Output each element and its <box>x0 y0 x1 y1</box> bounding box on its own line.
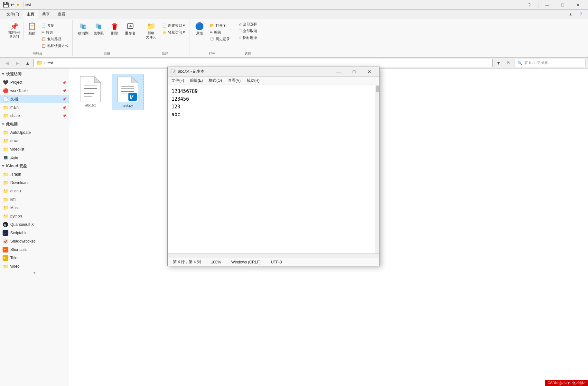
sidebar-item-video[interactable]: 📁 video <box>0 262 69 271</box>
window-title: test <box>25 3 31 7</box>
back-button[interactable]: ◀ <box>3 59 12 68</box>
sidebar-item-shadowrocket[interactable]: 🚀 Shadowrocket <box>0 237 69 245</box>
folder-icon: 📁 <box>36 60 43 66</box>
open-label: 打开 <box>209 50 215 56</box>
autoupdate-label: AutoUpdate <box>10 130 31 135</box>
sidebar-item-autoupdate[interactable]: 📁 AutoUpdate <box>0 128 69 137</box>
copy-button[interactable]: 📄 复制 <box>40 23 70 29</box>
notepad-menu-format[interactable]: 格式(O) <box>206 77 224 84</box>
paste-icon: 📋 <box>28 23 36 30</box>
notepad-minimize[interactable]: — <box>331 67 346 77</box>
downloads-label: Downloads <box>10 180 29 185</box>
title-bar-icon2: ↩ <box>10 2 14 8</box>
delete-icon <box>111 23 118 30</box>
new-item-button[interactable]: 📄 新建项目▼ <box>161 23 187 29</box>
sidebar-item-desktop[interactable]: 💻 桌面 <box>0 153 69 162</box>
tab-share[interactable]: 共享 <box>38 10 54 19</box>
edit-button[interactable]: ✏ 编辑 <box>209 29 231 35</box>
delete-button[interactable]: 删除 <box>107 21 122 37</box>
notepad-title: abc.txt - 记事本 <box>178 69 331 74</box>
tab-view[interactable]: 查看 <box>54 10 69 19</box>
sidebar-item-worktable[interactable]: 🔴 workTable 📌 <box>0 87 69 95</box>
scrollbar-thumb-v[interactable] <box>376 86 379 92</box>
select-all-button[interactable]: ☑ 全部选择 <box>237 21 258 27</box>
move-button[interactable]: 移动到 <box>76 21 90 37</box>
sidebar-item-taio[interactable]: T Taio <box>0 254 69 262</box>
new-item-icon: 📄 <box>162 23 167 28</box>
rename-button[interactable]: abc 重命名 <box>123 21 137 37</box>
sidebar-item-docs[interactable]: 📄 文档 📌 <box>0 95 69 103</box>
copy-to-button[interactable]: 复制到 <box>92 21 106 37</box>
notepad-menu-help[interactable]: 帮助(H) <box>244 77 262 84</box>
notepad-scrollbar-corner <box>375 254 379 258</box>
file-item-abc[interactable]: abc.txt <box>74 74 107 110</box>
invert-select-button[interactable]: ⊟ 反向选择 <box>237 35 258 41</box>
sidebar-item-dushu[interactable]: 📁 dushu <box>0 187 69 195</box>
tab-home[interactable]: 主页 <box>23 10 38 19</box>
sidebar-item-down[interactable]: 📁 down <box>0 137 69 145</box>
easy-access-button[interactable]: ⭐ 轻松访问▼ <box>161 29 187 35</box>
open-button[interactable]: 📂 打开▼ <box>209 23 231 29</box>
sidebar-item-project[interactable]: 🖤 Project 📌 <box>0 78 69 87</box>
attr-button[interactable]: 🔵 属性 <box>193 21 206 37</box>
main-icon: 📁 <box>3 105 8 110</box>
notepad-scrollbar-v[interactable] <box>375 85 379 253</box>
new-folder-button[interactable]: 📁 新建文件夹 <box>144 21 158 41</box>
svg-marker-23 <box>94 76 101 83</box>
videolist-icon: 📁 <box>3 146 8 152</box>
search-box[interactable]: 🔍 在 test 中搜索 <box>515 59 585 67</box>
pin-button[interactable]: 📌 固定到快速访问 <box>5 21 23 40</box>
sidebar-item-scriptable[interactable]: {} Scriptable <box>0 229 69 237</box>
help-button[interactable]: ? <box>522 0 537 10</box>
main-pin: 📌 <box>62 106 66 109</box>
notepad-menu-file[interactable]: 文件(F) <box>169 77 187 84</box>
refresh-button[interactable]: ↻ <box>504 59 513 68</box>
ribbon-help-btn[interactable]: ? <box>576 10 585 19</box>
notepad-textarea[interactable]: 123456789 123456 123 abc <box>168 85 375 253</box>
sidebar-item-quantumult[interactable]: Q Quantumult X <box>0 220 69 229</box>
notepad-scrollbar-h[interactable] <box>168 254 375 258</box>
sidebar-item-python[interactable]: 📁 python <box>0 212 69 220</box>
sidebar-item-downloads[interactable]: 📁 Downloads <box>0 179 69 187</box>
worktable-icon: 🔴 <box>3 88 8 94</box>
history-button[interactable]: 🕐 历史记录 <box>209 36 231 42</box>
notepad-menu-view[interactable]: 查看(V) <box>225 77 243 84</box>
close-button[interactable]: ✕ <box>571 0 585 10</box>
copy-path-button[interactable]: 📋 复制路径 <box>40 36 70 42</box>
notepad-zoom: 100% <box>211 260 221 264</box>
maximize-button[interactable]: □ <box>555 0 570 10</box>
notepad-maximize[interactable]: □ <box>347 67 361 77</box>
forward-button[interactable]: ▶ <box>13 59 22 68</box>
sidebar-item-trash[interactable]: 📁 .Trash <box>0 170 69 179</box>
svg-rect-11 <box>131 28 132 29</box>
up-button[interactable]: ▲ <box>23 59 32 68</box>
svg-text:Q: Q <box>4 224 6 226</box>
sidebar-item-shortcuts[interactable]: ✦ Shortcuts <box>0 245 69 254</box>
python-icon: 📁 <box>3 213 8 219</box>
sidebar: ▼ 快速访问 🖤 Project 📌 🔴 workTable 📌 📄 文档 📌 … <box>0 69 69 386</box>
ribbon-group-select: ☑ 全部选择 ☐ 全部取消 ⊟ 反向选择 选择 <box>235 20 261 56</box>
paste-button[interactable]: 📋 粘贴 <box>25 21 38 37</box>
icloud-header: ▼ iCloud 云盘 <box>0 162 69 170</box>
share-icon: 📁 <box>3 113 8 119</box>
minimize-button[interactable]: — <box>540 0 555 10</box>
desktop-label: 桌面 <box>10 155 18 161</box>
dushu-icon: 📁 <box>3 188 8 194</box>
cut-button[interactable]: ✂ 剪切 <box>40 29 70 35</box>
notepad-close[interactable]: ✕ <box>362 67 377 77</box>
dropdown-button[interactable]: ▼ <box>494 59 503 68</box>
sidebar-item-music[interactable]: 📁 Music <box>0 204 69 212</box>
paste-shortcut-button[interactable]: 📋 粘贴快捷方式 <box>40 43 70 49</box>
sidebar-item-videolist[interactable]: 📁 videolist <box>0 145 69 153</box>
sidebar-item-share[interactable]: 📁 share 📌 <box>0 112 69 120</box>
deselect-button[interactable]: ☐ 全部取消 <box>237 28 258 34</box>
file-item-testpy[interactable]: V test.py <box>112 74 144 110</box>
sidebar-item-kml[interactable]: 📁 kml <box>0 195 69 204</box>
notepad-menu-edit[interactable]: 编辑(E) <box>187 77 205 84</box>
python-label: python <box>10 214 22 218</box>
ribbon-collapse-btn[interactable]: ▲ <box>566 10 575 19</box>
address-path[interactable]: 📁 › test <box>33 59 493 67</box>
tab-file[interactable]: 文件(F) <box>3 10 23 19</box>
sidebar-item-main[interactable]: 📁 main 📌 <box>0 103 69 112</box>
quick-access-label: 快速访问 <box>6 71 22 77</box>
